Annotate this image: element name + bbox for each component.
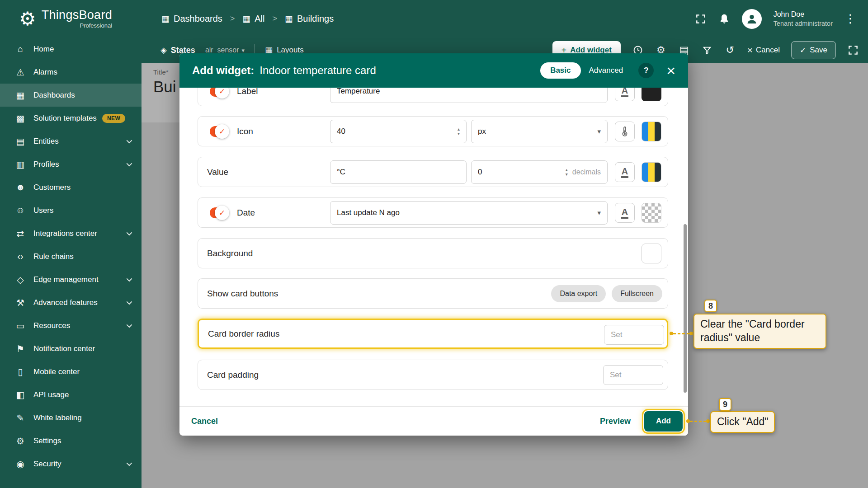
brand-subtitle: Professional [42,22,112,29]
chevron-down-icon [127,460,132,466]
top-header-bar: ⚙ ThingsBoard Professional ▦ Dashboards … [0,0,868,38]
chip-data-export[interactable]: Data export [551,285,606,302]
dashboards-icon: ▦ [14,90,27,101]
value-units-input[interactable]: °C [330,160,467,184]
stepper-icon[interactable]: ▴▾ [458,127,460,136]
sidebar-item-advanced-features[interactable]: ⚒ Advanced features [0,291,142,314]
dialog-footer: Cancel Preview Add [179,406,688,436]
stepper-icon[interactable]: ▴▾ [566,168,568,177]
chevron-down-icon [127,299,132,305]
step8-callout: Clear the "Card border radius" value [693,314,826,349]
icon-settings-row: ✓ Icon 40 ▴▾ px ▾ [198,116,668,146]
icon-size-unit-select[interactable]: px ▾ [471,120,608,143]
brand-logo: ⚙ ThingsBoard Professional [0,9,142,29]
sidebar-item-mobile-center[interactable]: ▯ Mobile center [0,360,142,383]
icon-color-swatch[interactable] [642,122,661,141]
version-history-icon[interactable]: ↺ [724,44,736,56]
sidebar-item-alarms[interactable]: ⚠ Alarms [0,61,142,84]
sidebar-item-integrations-center[interactable]: ⇄ Integrations center [0,222,142,245]
solution-templates-icon: ▩ [14,113,27,124]
value-decimals-input[interactable]: 0 ▴▾ decimals [471,160,608,184]
expand-fullscreen-icon[interactable] [847,44,859,56]
fullscreen-icon[interactable] [695,13,707,25]
sidebar-item-entities[interactable]: ▤ Entities [0,130,142,153]
notifications-bell-icon[interactable] [718,13,730,25]
chevron-down-icon [127,138,132,144]
date-font-settings-button[interactable]: A [615,203,635,223]
label-color-swatch[interactable] [642,88,661,101]
add-button[interactable]: Add [644,411,683,432]
label-font-settings-button[interactable]: A [615,88,635,101]
step9-number-badge: 9 [719,398,731,411]
alarms-icon: ⚠ [14,67,27,78]
tab-advanced[interactable]: Advanced [589,66,623,75]
chip-fullscreen[interactable]: Fullscreen [612,285,662,302]
sidebar-item-api-usage[interactable]: ◧ API usage [0,383,142,406]
sidebar-item-rule-chains[interactable]: ‹› Rule chains [0,245,142,268]
label-toggle[interactable]: ✓ [210,88,228,97]
icon-size-input[interactable]: 40 ▴▾ [330,120,467,143]
close-dialog-icon[interactable]: × [666,63,675,78]
date-format-select[interactable]: Last update N ago ▾ [330,201,608,225]
sidebar-item-solution-templates[interactable]: ▩ Solution templates NEW [0,107,142,130]
date-color-swatch-transparent[interactable] [642,203,661,223]
breadcrumb-buildings[interactable]: ▦ Buildings [285,14,334,24]
toggle-check-icon: ✓ [215,88,229,99]
card-padding-input[interactable]: Set [603,365,663,385]
notifications-icon: ⚑ [14,343,27,354]
value-font-settings-button[interactable]: A [615,162,635,182]
background-color-swatch[interactable] [642,244,661,263]
breadcrumb-dashboards[interactable]: ▦ Dashboards [161,14,222,24]
cancel-button[interactable]: Cancel [191,417,218,426]
entities-icon: ▤ [14,136,27,147]
header-actions: John Doe Tenant administrator ⋮ [695,9,868,29]
sidebar-item-white-labeling[interactable]: ✎ White labeling [0,406,142,429]
sidebar-item-notification-center[interactable]: ⚑ Notification center [0,337,142,360]
close-icon: × [747,45,753,56]
sidebar-item-settings[interactable]: ⚙ Settings [0,429,142,452]
help-icon[interactable]: ? [638,63,654,78]
cancel-edit-button[interactable]: × Cancel [747,45,780,56]
icon-toggle[interactable]: ✓ [210,126,228,137]
kebab-menu-icon[interactable]: ⋮ [844,12,856,26]
sidebar-item-dashboards[interactable]: ▦ Dashboards [0,84,142,107]
sidebar-item-resources[interactable]: ▭ Resources [0,314,142,337]
value-color-swatch[interactable] [642,162,661,182]
api-icon: ◧ [14,389,27,400]
thingsboard-gear-logo-icon: ⚙ [19,9,36,28]
sidebar-item-users[interactable]: ☺ Users [0,199,142,222]
date-settings-row: ✓ Date Last update N ago ▾ A [198,197,668,228]
sidebar-item-profiles[interactable]: ▥ Profiles [0,153,142,176]
dialog-scrollbar-thumb[interactable] [684,224,687,393]
dialog-body: ✓ Label Temperature A ✓ Icon 40 ▴▾ px ▾ [179,88,688,406]
breadcrumb-all[interactable]: ▦ All [242,14,264,24]
sidebar-item-home[interactable]: ⌂ Home [0,38,142,61]
card-border-radius-input[interactable]: Set [604,325,664,345]
date-toggle[interactable]: ✓ [210,207,228,218]
save-dashboard-button[interactable]: ✓ Save [791,41,836,59]
card-buttons-row: Show card buttons Data export Fullscreen [198,278,668,309]
home-icon: ⌂ [14,44,27,54]
decimals-hint: decimals [572,168,601,176]
format-text-icon: A [621,88,628,97]
user-avatar[interactable] [742,9,762,29]
security-icon: ◉ [14,459,27,469]
toggle-check-icon: ✓ [215,124,229,139]
icon-picker-button[interactable] [615,122,635,141]
step9-callout: Click "Add" [710,411,775,433]
card-buttons-chips: Data export Fullscreen [551,285,662,302]
check-icon: ✓ [800,46,806,55]
sidebar-item-customers[interactable]: ☻ Customers [0,176,142,199]
mobile-icon: ▯ [14,366,27,377]
thermometer-icon [619,126,630,137]
sidebar-item-edge-management[interactable]: ◇ Edge management [0,268,142,291]
preview-button[interactable]: Preview [600,417,631,426]
label-text-input[interactable]: Temperature [330,88,608,103]
chevron-down-icon [127,230,132,236]
settings-icon: ⚙ [14,436,27,446]
sidebar-item-security[interactable]: ◉ Security [0,452,142,475]
filters-icon[interactable] [701,45,713,55]
app-root: ⚙ ThingsBoard Professional ▦ Dashboards … [0,0,868,488]
tab-basic[interactable]: Basic [540,62,580,79]
integrations-icon: ⇄ [14,228,27,239]
